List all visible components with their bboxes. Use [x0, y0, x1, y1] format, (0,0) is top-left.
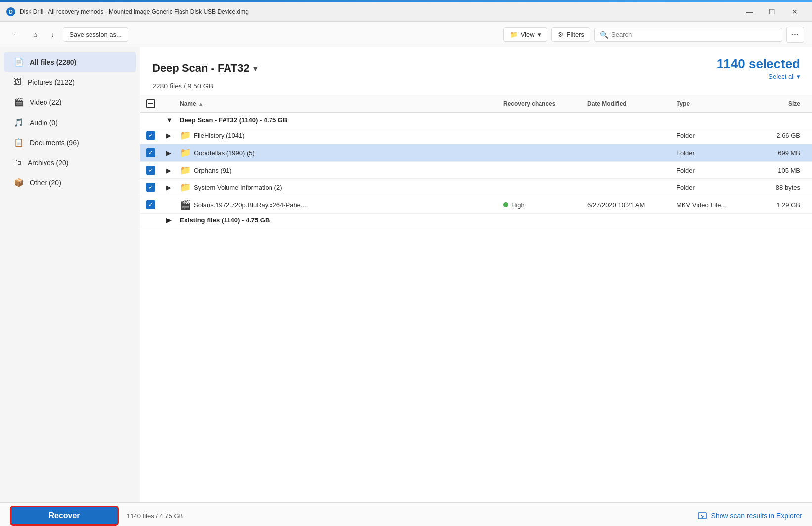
- search-input[interactable]: [611, 31, 777, 38]
- view-label: View: [521, 31, 535, 38]
- sidebar-item-documents[interactable]: 📋 Documents (96): [4, 133, 136, 152]
- explorer-icon: [697, 511, 707, 521]
- window-controls: — ☐ ✕: [738, 2, 806, 22]
- folder-icon: 📁: [180, 182, 191, 193]
- recovery-indicator: [503, 202, 508, 207]
- back-button[interactable]: ←: [8, 28, 24, 41]
- sidebar-item-video-label: Video (22): [30, 98, 126, 106]
- show-in-explorer-button[interactable]: Show scan results in Explorer: [697, 511, 802, 521]
- row-name: 📁 Goodfellas (1990) (5): [180, 147, 503, 158]
- more-options-button[interactable]: ···: [786, 27, 804, 43]
- sidebar-item-audio[interactable]: 🎵 Audio (0): [4, 113, 136, 132]
- view-button[interactable]: 📁 View ▾: [503, 27, 547, 42]
- row-type: Folder: [677, 149, 751, 157]
- select-all-chevron: ▾: [797, 73, 800, 80]
- show-in-explorer-label: Show scan results in Explorer: [711, 512, 802, 520]
- minimize-button[interactable]: —: [738, 2, 761, 22]
- header-name-col[interactable]: Name ▲: [180, 100, 503, 107]
- row-name: 📁 System Volume Information (2): [180, 182, 503, 193]
- row-expand[interactable]: ▶: [166, 132, 180, 139]
- select-all-checkbox[interactable]: [146, 99, 155, 108]
- header-recovery-col: Recovery chances: [503, 100, 587, 107]
- name-column-label: Name: [180, 100, 196, 107]
- row-checkbox[interactable]: ✓: [146, 148, 155, 157]
- scan-title-text: Deep Scan - FAT32: [152, 62, 249, 75]
- row-checkbox[interactable]: ✓: [146, 200, 155, 209]
- file-count: 2280 files / 9.50 GB: [152, 82, 800, 90]
- row-check[interactable]: ✓: [146, 200, 166, 209]
- titlebar-title: Disk Drill - All recovery methods - Moun…: [20, 8, 738, 15]
- search-icon: 🔍: [600, 31, 608, 39]
- row-expand[interactable]: ▼: [166, 116, 180, 124]
- row-name: 🎬 Solaris.1972.720p.BluRay.x264-Pahe....: [180, 199, 503, 210]
- row-check[interactable]: ✓: [146, 148, 166, 157]
- recover-button[interactable]: Recover: [10, 506, 119, 526]
- archives-icon: 🗂: [14, 158, 22, 167]
- filters-button[interactable]: ⚙ Filters: [551, 27, 590, 42]
- row-expand[interactable]: ▶: [166, 217, 180, 224]
- sidebar-item-pictures[interactable]: 🖼 Pictures (2122): [4, 73, 136, 91]
- folder-icon: 📁: [180, 147, 191, 158]
- header-date-col: Date Modified: [587, 100, 677, 107]
- main-header-top: Deep Scan - FAT32 ▾ 1140 selected Select…: [152, 56, 800, 80]
- sidebar-item-other[interactable]: 📦 Other (20): [4, 173, 136, 192]
- home-icon: ⌂: [33, 31, 37, 38]
- row-recovery: High: [503, 201, 587, 209]
- maximize-button[interactable]: ☐: [761, 2, 783, 22]
- row-size: 2.66 GB: [751, 132, 800, 139]
- sidebar-item-video[interactable]: 🎬 Video (22): [4, 92, 136, 112]
- expand-right-icon: ▶: [166, 167, 171, 174]
- row-size: 699 MB: [751, 149, 800, 157]
- sidebar-item-all-files-label: All files (2280): [30, 58, 126, 66]
- row-date: 6/27/2020 10:21 AM: [587, 201, 677, 209]
- header-size-col: Size: [751, 100, 800, 107]
- table-row: ✓ 🎬 Solaris.1972.720p.BluRay.x264-Pahe..…: [140, 196, 812, 214]
- folder-icon: 📁: [510, 31, 518, 38]
- save-session-button[interactable]: Save session as...: [63, 27, 128, 42]
- row-checkbox[interactable]: ✓: [146, 183, 155, 192]
- sidebar-item-all-files[interactable]: 📄 All files (2280): [4, 52, 136, 72]
- row-checkbox[interactable]: ✓: [146, 131, 155, 140]
- row-expand[interactable]: ▶: [166, 184, 180, 191]
- row-check[interactable]: ✓: [146, 166, 166, 175]
- indeterminate-mark: [148, 103, 153, 104]
- expand-right-icon: ▶: [166, 149, 171, 157]
- row-expand[interactable]: ▶: [166, 149, 180, 157]
- app-icon: D: [6, 7, 16, 17]
- header-type-col: Type: [677, 100, 751, 107]
- video-icon: 🎬: [14, 97, 24, 107]
- table-row: ✓ ▶ 📁 Orphans (91) Folder 105 MB: [140, 162, 812, 179]
- table-row: ▶ Existing files (1140) - 4.75 GB: [140, 214, 812, 227]
- row-type: Folder: [677, 184, 751, 191]
- sidebar: 📄 All files (2280) 🖼 Pictures (2122) 🎬 V…: [0, 47, 140, 502]
- main-content: Deep Scan - FAT32 ▾ 1140 selected Select…: [140, 47, 812, 502]
- other-icon: 📦: [14, 178, 24, 187]
- svg-text:D: D: [9, 9, 12, 15]
- download-button[interactable]: ↓: [46, 28, 59, 41]
- row-check[interactable]: ✓: [146, 131, 166, 140]
- sidebar-item-audio-label: Audio (0): [30, 119, 126, 127]
- ellipsis-icon: ···: [791, 30, 799, 39]
- folder-icon: 📁: [180, 165, 191, 175]
- row-size: 1.29 GB: [751, 201, 800, 209]
- home-button[interactable]: ⌂: [28, 28, 42, 41]
- close-button[interactable]: ✕: [783, 2, 806, 22]
- search-box[interactable]: 🔍: [594, 28, 782, 42]
- sidebar-item-other-label: Other (20): [30, 179, 126, 187]
- bottom-file-count: 1140 files / 4.75 GB: [127, 512, 689, 520]
- row-check[interactable]: ✓: [146, 183, 166, 192]
- expand-right-icon: ▶: [166, 217, 171, 224]
- documents-icon: 📋: [14, 138, 24, 147]
- row-checkbox[interactable]: ✓: [146, 166, 155, 175]
- row-name: Existing files (1140) - 4.75 GB: [180, 217, 503, 224]
- all-files-icon: 📄: [14, 57, 24, 67]
- app-body: 📄 All files (2280) 🖼 Pictures (2122) 🎬 V…: [0, 47, 812, 502]
- scan-title-dropdown[interactable]: ▾: [253, 64, 257, 73]
- row-expand[interactable]: ▶: [166, 167, 180, 174]
- back-icon: ←: [13, 31, 19, 38]
- sidebar-item-archives[interactable]: 🗂 Archives (20): [4, 153, 136, 172]
- filter-icon: ⚙: [558, 31, 564, 38]
- sort-icon: ▲: [198, 101, 204, 107]
- file-table: Name ▲ Recovery chances Date Modified Ty…: [140, 95, 812, 502]
- select-all-row[interactable]: Select all ▾: [717, 73, 800, 80]
